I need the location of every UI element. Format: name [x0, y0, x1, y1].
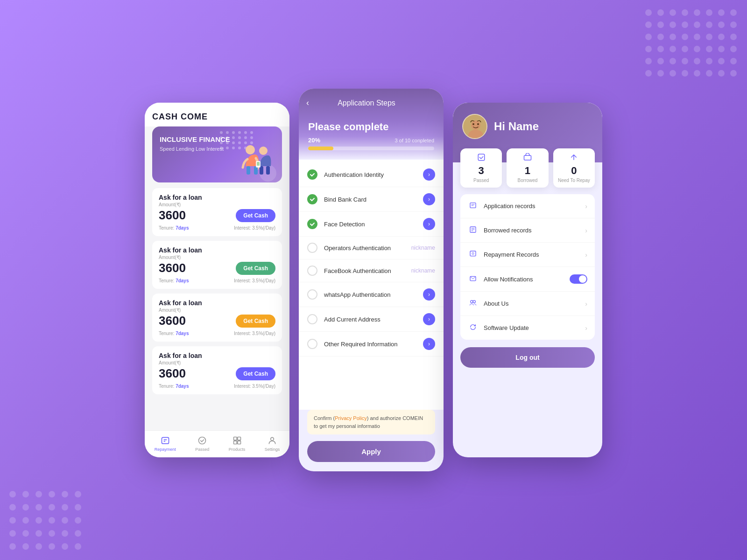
menu-text-about-us: About Us: [484, 300, 579, 307]
step-label-7: Add Current Address: [324, 316, 416, 323]
step-whatsapp-auth[interactable]: whatsApp Authentication ›: [299, 282, 444, 307]
tenure-label-2: Tenure: 7days: [159, 278, 189, 283]
phone-cashcome: CASH COME (function(){ const c=document.…: [145, 103, 289, 457]
menu-text-borrowed-records: Borrowed records: [484, 227, 579, 234]
step-nickname-5: nickname: [411, 267, 435, 274]
stat-passed: 3 Passed: [460, 148, 502, 188]
stat-borrowed: 1 Borrowed: [507, 148, 548, 188]
stat-icon-borrowed: [510, 153, 544, 163]
loan-card-1: Ask for a loan Amount(₹) 3600 Get Cash T…: [152, 188, 282, 236]
svg-rect-6: [266, 166, 270, 175]
menu-list: Application records › Borrowed records ›…: [460, 194, 595, 340]
step-label-4: Operators Authentication: [324, 245, 405, 252]
decor-dots-bottom-left: (function(){ const c = document.querySel…: [9, 491, 82, 551]
passed-icon: [197, 435, 207, 446]
stat-label-repay: Need To Repay: [557, 178, 591, 183]
get-cash-btn-1[interactable]: Get Cash: [236, 209, 275, 222]
loan-card-4: Ask for a loan Amount(₹) 3600 Get Cash T…: [152, 346, 282, 394]
step-label-3: Face Detection: [324, 221, 416, 228]
phone-profile: Hi Name 3 Passed 1 Borrowed: [453, 103, 602, 457]
tenure-label-4: Tenure: 7days: [159, 384, 189, 389]
menu-about-us[interactable]: About Us ›: [460, 292, 595, 316]
svg-point-19: [471, 120, 480, 130]
step-face-detection[interactable]: Face Detection ›: [299, 212, 444, 237]
progress-fill: [308, 147, 333, 150]
menu-application-records[interactable]: Application records ›: [460, 194, 595, 218]
phone2-header: ‹ Application Steps: [299, 89, 444, 121]
progress-track: [308, 147, 434, 150]
settings-icon: [267, 435, 277, 446]
step-label-6: whatsApp Authentication: [324, 291, 416, 298]
step-arrow-1: ›: [423, 168, 435, 181]
menu-repayment-records[interactable]: Repayment Records ›: [460, 243, 595, 267]
nav-repayment-label: Repayment: [155, 447, 176, 452]
chevron-repayment-records: ›: [585, 251, 587, 259]
apply-button[interactable]: Apply: [307, 441, 435, 462]
loan-label-1: Amount(₹): [159, 202, 275, 207]
svg-rect-13: [233, 437, 237, 441]
loan-list: Ask for a loan Amount(₹) 3600 Get Cash T…: [145, 188, 289, 431]
svg-rect-25: [470, 203, 476, 208]
step-check-2: [307, 194, 317, 204]
decor-dots-top-right: (function(){ const c = document.querySel…: [645, 9, 738, 77]
step-arrow-7: ›: [423, 313, 435, 325]
menu-borrowed-records[interactable]: Borrowed records ›: [460, 218, 595, 243]
loan-card-2: Ask for a loan Amount(₹) 3600 Get Cash T…: [152, 241, 282, 289]
nav-products[interactable]: Products: [229, 435, 246, 452]
step-add-address[interactable]: Add Current Address ›: [299, 307, 444, 332]
nav-repayment[interactable]: Repayment: [155, 435, 176, 452]
policy-link[interactable]: Privacy Policy: [335, 415, 366, 421]
software-update-icon: [468, 323, 478, 332]
step-bind-bank[interactable]: Bind Bank Card ›: [299, 187, 444, 212]
repayment-records-icon: [468, 250, 478, 259]
loan-amount-2: 3600: [159, 261, 186, 275]
steps-list: Authentication Identity › Bind Bank Card…: [299, 160, 444, 410]
menu-text-repayment-records: Repayment Records: [484, 251, 579, 258]
tenure-label-1: Tenure: 7days: [159, 225, 189, 231]
step-check-4: [307, 243, 317, 253]
bottom-nav: Repayment Passed Products Settings: [145, 430, 289, 457]
phone-appsteps: ‹ Application Steps Please complete 20% …: [299, 89, 444, 471]
stat-icon-repay: [557, 153, 591, 163]
svg-rect-5: [260, 166, 263, 175]
svg-point-35: [471, 301, 473, 303]
notifications-toggle[interactable]: [570, 274, 587, 284]
step-operators-auth[interactable]: Operators Authentication nickname: [299, 237, 444, 259]
svg-rect-14: [237, 437, 240, 441]
step-check-3: [307, 219, 317, 229]
get-cash-btn-4[interactable]: Get Cash: [236, 367, 275, 380]
stat-label-passed: Passed: [464, 178, 498, 183]
step-other-info[interactable]: Other Required Information ›: [299, 332, 444, 357]
interest-label-1: Interest: 3.5%(/Day): [234, 225, 275, 231]
loan-card-3: Ask for a loan Amount(₹) 3600 Get Cash T…: [152, 294, 282, 342]
step-arrow-3: ›: [423, 218, 435, 230]
nav-products-label: Products: [229, 447, 246, 452]
nav-passed[interactable]: Passed: [195, 435, 209, 452]
step-facebook-auth[interactable]: FaceBook Authentication nickname: [299, 259, 444, 282]
logout-button[interactable]: Log out: [460, 347, 595, 368]
banner: (function(){ const c=document.querySelec…: [152, 126, 282, 182]
stat-number-repay: 0: [557, 165, 591, 177]
svg-point-36: [473, 301, 475, 303]
step-check-5: [307, 266, 317, 276]
step-label-1: Authentication Identity: [324, 171, 416, 178]
step-label-5: FaceBook Authentication: [324, 267, 405, 274]
banner-subtitle: Speed Lending Low Interest: [160, 146, 275, 152]
back-button[interactable]: ‹: [306, 98, 309, 108]
nav-settings[interactable]: Settings: [265, 435, 280, 452]
svg-rect-9: [162, 437, 169, 443]
menu-allow-notifications[interactable]: Allow Notifications: [460, 267, 595, 292]
step-arrow-6: ›: [423, 288, 435, 301]
step-auth-identity[interactable]: Authentication Identity ›: [299, 162, 444, 187]
get-cash-btn-3[interactable]: Get Cash: [236, 315, 275, 328]
chevron-app-records: ›: [585, 203, 587, 210]
svg-point-12: [199, 437, 206, 444]
step-check-1: [307, 169, 317, 180]
repayment-icon: [160, 435, 170, 446]
step-label-8: Other Required Information: [324, 341, 416, 348]
loan-title-4: Ask for a loan: [159, 352, 275, 359]
get-cash-btn-2[interactable]: Get Cash: [236, 262, 275, 275]
avatar: [462, 114, 487, 139]
menu-software-update[interactable]: Software Update ›: [460, 316, 595, 340]
chevron-software-update: ›: [585, 324, 587, 332]
